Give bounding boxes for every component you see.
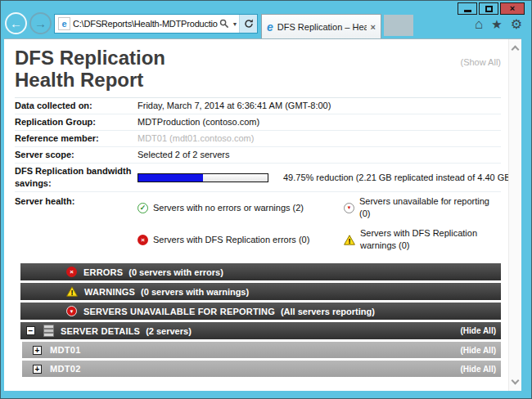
warning-triangle-icon: ! [344, 235, 355, 245]
collapse-minus-icon[interactable]: − [26, 326, 35, 335]
error-cross-icon: × [66, 267, 77, 277]
error-cross-icon: × [138, 235, 148, 245]
field-label: Reference member: [15, 132, 138, 145]
field-row-server-health: Server health: ✓ Servers with no errors … [15, 192, 501, 258]
field-value: MDT01 (mdt01.contoso.com) [138, 132, 501, 145]
field-row-bandwidth-savings: DFS Replication bandwidth savings: 49.75… [15, 164, 501, 192]
address-dropdown-icon[interactable]: ▼ [231, 21, 239, 27]
maximize-button[interactable] [479, 2, 498, 15]
ie-logo-icon: e [267, 20, 273, 34]
bandwidth-value: 49.75% reduction (2.21 GB replicated ins… [138, 165, 508, 190]
field-value: MDTProduction (contoso.com) [138, 116, 501, 128]
server-stack-icon [43, 325, 54, 337]
hide-all-link[interactable]: (Hide All) [460, 346, 496, 355]
hide-all-link[interactable]: (Hide All) [460, 326, 496, 335]
section-title: ERRORS [83, 267, 123, 277]
ie-page-icon: e [58, 17, 70, 30]
field-label: Server health: [15, 195, 138, 252]
browser-toolbar-icons: ⌂ ★ ⚙ [475, 17, 522, 31]
expand-plus-icon[interactable]: + [33, 346, 42, 355]
field-row-replication-group: Replication Group: MDTProduction (contos… [15, 114, 501, 131]
svg-text:!: ! [349, 237, 351, 245]
show-all-link[interactable]: (Show All) [460, 57, 501, 91]
bandwidth-progress-bar [138, 173, 268, 182]
forward-arrow-icon: → [34, 16, 47, 30]
field-row-data-collected: Data collected on: Friday, March 7, 2014… [15, 98, 501, 114]
section-servers-unavailable[interactable]: ▼ SERVERS UNAVAILABLE FOR REPORTING (All… [20, 303, 501, 320]
health-item-text: Servers with no errors or warnings (2) [153, 202, 304, 214]
health-item-warnings: ! Servers with DFS Replication warnings … [344, 227, 501, 252]
field-row-server-scope: Server scope: Selected 2 of 2 servers [15, 147, 501, 164]
section-warnings[interactable]: ! WARNINGS (0 servers with warnings) [20, 283, 501, 300]
section-subtitle: (0 servers with errors) [128, 267, 223, 277]
address-url[interactable]: C:\DFSReports\Health-MDTProduction-07Ma [73, 19, 218, 29]
search-icon[interactable] [218, 19, 231, 29]
minimize-icon [464, 10, 471, 12]
section-subtitle: (2 servers) [146, 326, 192, 336]
server-health-grid: ✓ Servers with no errors or warnings (2)… [138, 195, 501, 252]
forward-button[interactable]: → [29, 12, 52, 34]
svg-text:!: ! [71, 289, 74, 297]
page-title-line2: Health Report [15, 69, 165, 91]
section-title: WARNINGS [84, 287, 135, 297]
field-label: Data collected on: [15, 100, 138, 112]
report-page: DFS Replication Health Report (Show All)… [4, 39, 508, 391]
close-icon: × [510, 4, 515, 13]
page-title: DFS Replication Health Report [15, 47, 165, 91]
section-server-details[interactable]: − SERVER DETAILS (2 servers) (Hide All) [20, 322, 501, 339]
section-title: SERVER DETAILS [61, 326, 140, 336]
window-controls: × [458, 2, 525, 15]
expand-plus-icon[interactable]: + [33, 365, 42, 374]
field-label: Replication Group: [15, 116, 138, 128]
refresh-icon[interactable] [239, 15, 257, 33]
close-button[interactable]: × [500, 2, 525, 15]
field-label: Server scope: [15, 149, 138, 161]
field-value: Selected 2 of 2 servers [138, 149, 501, 161]
unavailable-down-arrow-icon: ▼ [66, 306, 77, 316]
address-bar[interactable]: e C:\DFSReports\Health-MDTProduction-07M… [54, 14, 258, 34]
home-icon[interactable]: ⌂ [475, 17, 483, 31]
bandwidth-caption: 49.75% reduction (2.21 GB replicated ins… [283, 172, 508, 184]
back-button[interactable]: ← [5, 12, 27, 34]
bandwidth-progress-fill [138, 174, 203, 182]
field-label: DFS Replication bandwidth savings: [15, 165, 138, 190]
warning-triangle-icon: ! [66, 286, 78, 297]
browser-window: × ← → e C:\DFSReports\Health-MDTProducti… [0, 0, 532, 399]
health-item-errors: × Servers with DFS Replication errors (0… [138, 227, 344, 252]
server-name: MDT01 [50, 345, 81, 355]
settings-gear-icon[interactable]: ⚙ [511, 18, 522, 31]
back-arrow-icon: ← [10, 16, 22, 30]
maximize-icon [485, 6, 493, 12]
health-item-no-errors: ✓ Servers with no errors or warnings (2) [138, 195, 344, 220]
server-name: MDT02 [50, 364, 81, 374]
browser-tab[interactable]: e DFS Replication – Health Re... × [261, 14, 381, 38]
health-item-text: Servers unavailable for reporting (0) [359, 195, 501, 220]
vertical-scrollbar[interactable] [508, 39, 521, 391]
server-row-mdt01[interactable]: + MDT01 (Hide All) [22, 342, 501, 358]
section-title: SERVERS UNAVAILABLE FOR REPORTING [83, 307, 275, 316]
scroll-up-icon[interactable] [512, 46, 520, 54]
server-row-mdt02[interactable]: + MDT02 (Hide All) [22, 361, 501, 377]
ok-check-icon: ✓ [138, 203, 148, 213]
report-header: DFS Replication Health Report (Show All) [15, 47, 501, 91]
new-tab-button[interactable] [384, 15, 413, 36]
field-row-reference-member: Reference member: MDT01 (mdt01.contoso.c… [15, 131, 501, 147]
field-value: Friday, March 7, 2014 at 6:36:41 AM (GMT… [138, 100, 501, 112]
section-errors[interactable]: × ERRORS (0 servers with errors) [20, 263, 501, 280]
favorites-star-icon[interactable]: ★ [491, 18, 502, 30]
tab-close-icon[interactable]: × [371, 22, 376, 32]
section-subtitle: (All servers reporting) [281, 307, 375, 316]
page-content: DFS Replication Health Report (Show All)… [4, 38, 521, 391]
report-summary-table: Data collected on: Friday, March 7, 2014… [15, 97, 501, 258]
scroll-down-icon[interactable] [512, 377, 520, 385]
unavailable-down-arrow-icon: ▼ [344, 203, 354, 213]
tab-title: DFS Replication – Health Re... [277, 22, 367, 32]
health-item-text: Servers with DFS Replication errors (0) [153, 234, 309, 246]
minimize-button[interactable] [458, 2, 477, 15]
health-item-text: Servers with DFS Replication warnings (0… [360, 227, 501, 252]
report-sections: × ERRORS (0 servers with errors) ! WARNI… [20, 263, 501, 377]
page-title-line1: DFS Replication [15, 47, 165, 69]
hide-all-link[interactable]: (Hide All) [460, 365, 496, 374]
section-subtitle: (0 servers with warnings) [141, 287, 249, 297]
health-item-unavailable: ▼ Servers unavailable for reporting (0) [344, 195, 501, 220]
